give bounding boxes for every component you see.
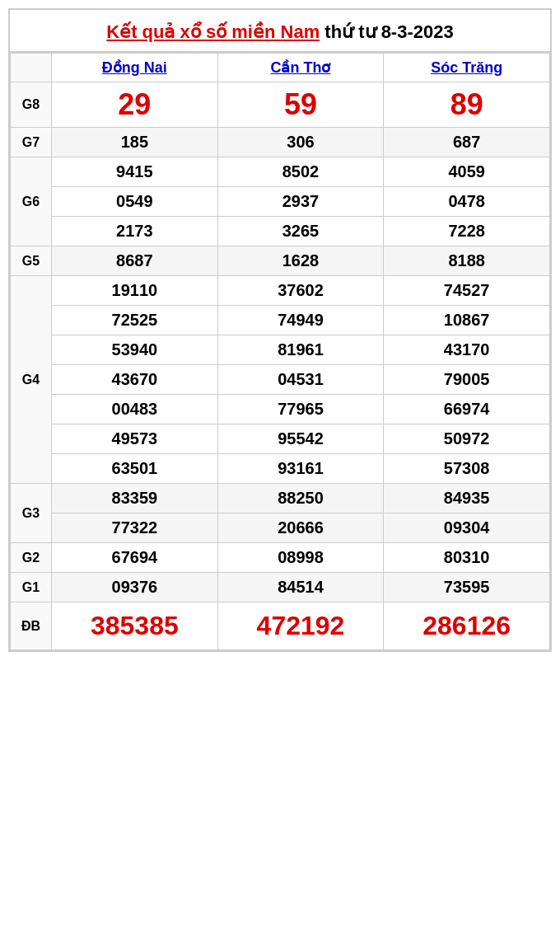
table-row: G1 09376 84514 73595 (11, 573, 550, 602)
row-col1: 53940 (52, 335, 218, 365)
table-row: G5 8687 1628 8188 (11, 246, 550, 276)
row-col3: 7228 (384, 217, 550, 246)
table-row: 43670 04531 79005 (11, 365, 550, 395)
row-label: G1 (11, 573, 52, 602)
row-col1: 0549 (52, 187, 218, 217)
db-col1: 385385 (52, 602, 218, 650)
title-date: thứ tư 8-3-2023 (320, 21, 454, 42)
table-row: G3 83359 88250 84935 (11, 484, 550, 513)
row-col1: 00483 (52, 395, 218, 424)
row-col3: 43170 (384, 335, 550, 365)
table-row: 2173 3265 7228 (11, 217, 550, 246)
row-col1: 43670 (52, 365, 218, 395)
row-col1: 77322 (52, 513, 218, 543)
g8-col1: 29 (52, 82, 218, 128)
g8-col2: 59 (217, 82, 384, 128)
row-col1: 185 (52, 128, 218, 157)
row-col3: 84935 (384, 484, 550, 513)
table-row: G8 29 59 89 (11, 82, 550, 128)
header-col1: Đồng Nai (52, 54, 218, 82)
row-col3: 8188 (384, 246, 550, 276)
row-col1: 19110 (52, 276, 218, 306)
row-label: G8 (11, 82, 52, 128)
header-label (11, 54, 52, 82)
table-row: G2 67694 08998 80310 (11, 543, 550, 573)
row-col2: 81961 (217, 335, 384, 365)
row-col1: 83359 (52, 484, 218, 513)
row-col3: 50972 (384, 424, 550, 454)
page-title: Kết quả xổ số miền Nam thứ tư 8-3-2023 (10, 10, 550, 53)
row-col2: 20666 (217, 513, 384, 543)
table-row: 77322 20666 09304 (11, 513, 550, 543)
row-col2: 95542 (217, 424, 384, 454)
row-col2: 08998 (217, 543, 384, 573)
row-col2: 306 (217, 128, 384, 157)
row-col2: 84514 (217, 573, 384, 602)
row-col3: 57308 (384, 454, 550, 484)
table-row: 72525 74949 10867 (11, 306, 550, 335)
row-col3: 4059 (384, 157, 550, 187)
main-container: Kết quả xổ số miền Nam thứ tư 8-3-2023 Đ… (8, 8, 552, 652)
row-col1: 63501 (52, 454, 218, 484)
g8-col3: 89 (384, 82, 550, 128)
row-col3: 687 (384, 128, 550, 157)
table-row: G4 19110 37602 74527 (11, 276, 550, 306)
row-label: G6 (11, 157, 52, 246)
row-col2: 3265 (217, 217, 384, 246)
row-col2: 88250 (217, 484, 384, 513)
row-col2: 8502 (217, 157, 384, 187)
table-row: 53940 81961 43170 (11, 335, 550, 365)
row-col1: 09376 (52, 573, 218, 602)
table-row: 00483 77965 66974 (11, 395, 550, 424)
table-row: 0549 2937 0478 (11, 187, 550, 217)
row-col2: 37602 (217, 276, 384, 306)
table-row: 63501 93161 57308 (11, 454, 550, 484)
row-label: G3 (11, 484, 52, 543)
row-col3: 79005 (384, 365, 550, 395)
row-col3: 80310 (384, 543, 550, 573)
row-col3: 10867 (384, 306, 550, 335)
row-col1: 2173 (52, 217, 218, 246)
results-table: Đồng Nai Cần Thơ Sóc Trăng G8 29 59 89 G… (10, 53, 550, 650)
row-col3: 66974 (384, 395, 550, 424)
table-row: G6 9415 8502 4059 (11, 157, 550, 187)
row-col3: 09304 (384, 513, 550, 543)
row-col2: 74949 (217, 306, 384, 335)
row-label: G2 (11, 543, 52, 573)
row-col2: 1628 (217, 246, 384, 276)
header-col3: Sóc Trăng (384, 54, 550, 82)
table-row: 49573 95542 50972 (11, 424, 550, 454)
row-col2: 2937 (217, 187, 384, 217)
row-col2: 77965 (217, 395, 384, 424)
row-col1: 49573 (52, 424, 218, 454)
row-col2: 04531 (217, 365, 384, 395)
row-label: G4 (11, 276, 52, 484)
title-highlight: Kết quả xổ số miền Nam (106, 21, 320, 42)
table-row: G7 185 306 687 (11, 128, 550, 157)
row-label: G5 (11, 246, 52, 276)
db-col2: 472192 (217, 602, 384, 650)
row-label: G7 (11, 128, 52, 157)
row-col3: 0478 (384, 187, 550, 217)
row-label: ĐB (11, 602, 52, 650)
row-col3: 74527 (384, 276, 550, 306)
row-col1: 8687 (52, 246, 218, 276)
db-row: ĐB 385385 472192 286126 (11, 602, 550, 650)
row-col1: 72525 (52, 306, 218, 335)
db-col3: 286126 (384, 602, 550, 650)
row-col1: 9415 (52, 157, 218, 187)
row-col2: 93161 (217, 454, 384, 484)
header-col2: Cần Thơ (217, 54, 384, 82)
row-col1: 67694 (52, 543, 218, 573)
row-col3: 73595 (384, 573, 550, 602)
